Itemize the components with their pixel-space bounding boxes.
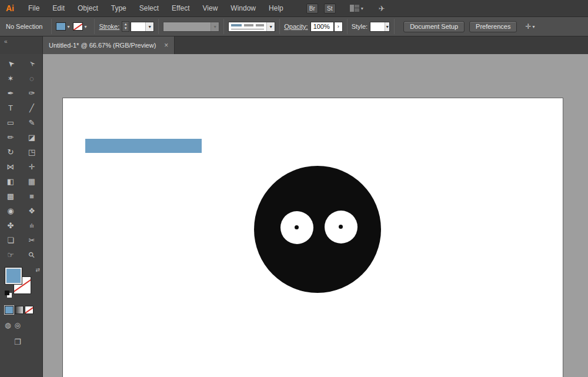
left-pupil-shape: [295, 225, 299, 229]
width-profile-select[interactable]: ▼: [228, 22, 275, 32]
artboard-tool[interactable]: ❏: [0, 233, 21, 248]
opacity-input[interactable]: 100%: [310, 22, 334, 32]
share-icon[interactable]: ✈: [379, 4, 385, 13]
brush-definition-select[interactable]: ▼: [163, 22, 219, 32]
document-setup-button[interactable]: Document Setup: [403, 21, 465, 32]
menu-item-object[interactable]: Object: [71, 0, 105, 16]
close-tab-icon[interactable]: ×: [164, 41, 168, 49]
stroke-color-swatch[interactable]: [73, 22, 83, 31]
separator: [347, 19, 348, 34]
none-button[interactable]: [25, 306, 34, 314]
free-transform-tool-icon: ✛: [29, 162, 35, 171]
eraser-tool[interactable]: ◪: [21, 130, 42, 145]
hand-tool[interactable]: ☞: [0, 248, 21, 262]
width-tool[interactable]: ⋈: [0, 159, 21, 174]
chevron-down-icon[interactable]: ▼: [145, 22, 153, 31]
draw-behind-icon[interactable]: ◎: [14, 321, 20, 329]
eyedropper-tool[interactable]: ◉: [0, 203, 21, 218]
symbol-sprayer-tool[interactable]: ✤: [0, 218, 21, 233]
menu-item-help[interactable]: Help: [262, 0, 290, 16]
column-graph-tool-icon: ılı: [29, 223, 34, 229]
default-swatches-icon[interactable]: [5, 291, 12, 298]
magic-wand-tool[interactable]: ✶: [0, 71, 21, 86]
blue-rectangle-shape[interactable]: [85, 139, 202, 153]
menu-item-select[interactable]: Select: [133, 0, 165, 16]
stroke-width-stepper[interactable]: ▲▼: [122, 21, 129, 32]
pencil-tool-icon: ✏: [8, 133, 14, 142]
opacity-panel-link[interactable]: Opacity:: [284, 23, 308, 30]
pencil-tool[interactable]: ✏: [0, 130, 21, 145]
workspace-switcher[interactable]: ▾: [350, 5, 363, 12]
stroke-panel-link[interactable]: Stroke:: [99, 23, 119, 30]
separator: [394, 19, 395, 34]
canvas[interactable]: [43, 54, 588, 377]
chevron-down-icon[interactable]: ▾: [532, 24, 534, 29]
column-graph-tool[interactable]: ılı: [21, 218, 42, 233]
menu-item-effect[interactable]: Effect: [165, 0, 196, 16]
fill-swatch[interactable]: [5, 267, 22, 285]
preferences-button[interactable]: Preferences: [469, 21, 517, 32]
step-down-icon[interactable]: ▼: [124, 26, 128, 31]
fill-color-swatch[interactable]: [56, 22, 66, 31]
blend-tool[interactable]: ❖: [21, 203, 42, 218]
paintbrush-tool[interactable]: ✎: [21, 115, 42, 130]
document-tab[interactable]: Untitled-1* @ 66.67% (RGB/Preview) ×: [43, 36, 175, 54]
scale-tool[interactable]: ◳: [21, 145, 42, 159]
stock-button[interactable]: St: [324, 4, 336, 14]
menu-item-view[interactable]: View: [196, 0, 225, 16]
stroke-width-select[interactable]: ▼: [131, 22, 154, 32]
right-eye-shape[interactable]: [325, 211, 358, 243]
align-options-icon[interactable]: ✛: [525, 22, 531, 31]
chevron-down-icon[interactable]: ▾: [67, 24, 69, 29]
shape-builder-tool[interactable]: ◧: [0, 174, 21, 189]
direct-selection-tool[interactable]: ➢: [21, 56, 42, 71]
gradient-button[interactable]: [15, 306, 24, 314]
rotate-tool[interactable]: ↻: [0, 145, 21, 159]
perspective-grid-tool-icon: ▦: [28, 177, 35, 186]
workspace-icon: [350, 5, 359, 12]
mesh-tool[interactable]: ▩: [0, 189, 21, 203]
free-transform-tool[interactable]: ✛: [21, 159, 42, 174]
color-button[interactable]: [5, 306, 14, 314]
black-circle-shape[interactable]: [254, 166, 381, 293]
menu-item-edit[interactable]: Edit: [46, 0, 71, 16]
lasso-tool[interactable]: ◌: [21, 71, 42, 86]
slice-tool-icon: ✂: [29, 236, 35, 245]
menu-item-window[interactable]: Window: [224, 0, 262, 16]
selection-tool[interactable]: ➤: [0, 56, 21, 71]
paint-mode-row: [5, 306, 42, 314]
pen-tool[interactable]: ✒: [0, 86, 21, 101]
swap-fill-stroke-icon[interactable]: ⇄: [35, 267, 40, 273]
lasso-tool-icon: ◌: [29, 74, 34, 83]
collapse-toolbar-icon[interactable]: «: [4, 38, 8, 45]
line-segment-tool[interactable]: ╱: [21, 101, 42, 115]
type-tool-icon: T: [8, 104, 13, 112]
chevron-down-icon[interactable]: ▾: [84, 24, 86, 29]
document-tab-title: Untitled-1* @ 66.67% (RGB/Preview): [49, 42, 156, 49]
type-tool[interactable]: T: [0, 101, 21, 115]
selection-status: No Selection: [0, 23, 47, 30]
draw-normal-icon[interactable]: ◍: [5, 321, 11, 329]
curvature-tool[interactable]: ✑: [21, 86, 42, 101]
color-swatch-area: ⇄: [5, 267, 40, 300]
mesh-tool-icon: ▩: [7, 192, 14, 201]
style-label: Style:: [352, 23, 368, 30]
bridge-button[interactable]: Br: [306, 4, 318, 14]
perspective-grid-tool[interactable]: ▦: [21, 174, 42, 189]
chevron-down-icon[interactable]: ▼: [385, 22, 389, 31]
rectangle-tool[interactable]: ▭: [0, 115, 21, 130]
screen-mode-icon[interactable]: ❐: [14, 338, 21, 346]
step-up-icon[interactable]: ▲: [124, 22, 128, 26]
menu-item-type[interactable]: Type: [105, 0, 133, 16]
gradient-tool[interactable]: ■: [21, 189, 42, 203]
zoom-tool[interactable]: ⚲: [21, 248, 42, 262]
chevron-down-icon[interactable]: ▼: [211, 22, 219, 31]
opacity-arrow-button[interactable]: ›: [334, 22, 343, 32]
slice-tool[interactable]: ✂: [21, 233, 42, 248]
chevron-down-icon[interactable]: ▼: [266, 22, 275, 31]
width-tool-icon: ⋈: [7, 162, 15, 171]
graphic-style-select[interactable]: ▼: [370, 22, 390, 32]
artboard[interactable]: [63, 98, 563, 377]
menu-item-file[interactable]: File: [22, 0, 46, 16]
left-eye-shape[interactable]: [280, 211, 313, 244]
